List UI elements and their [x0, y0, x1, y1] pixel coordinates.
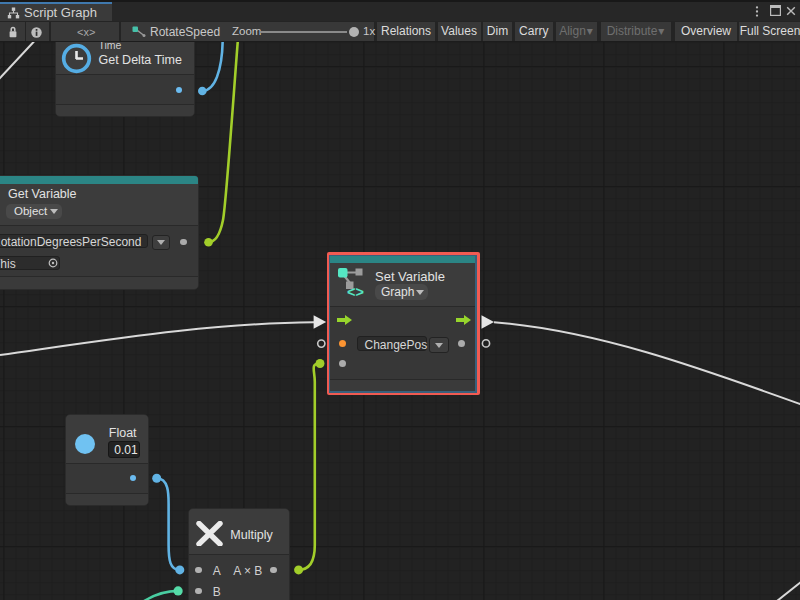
svg-text:<>: <>	[347, 283, 364, 299]
